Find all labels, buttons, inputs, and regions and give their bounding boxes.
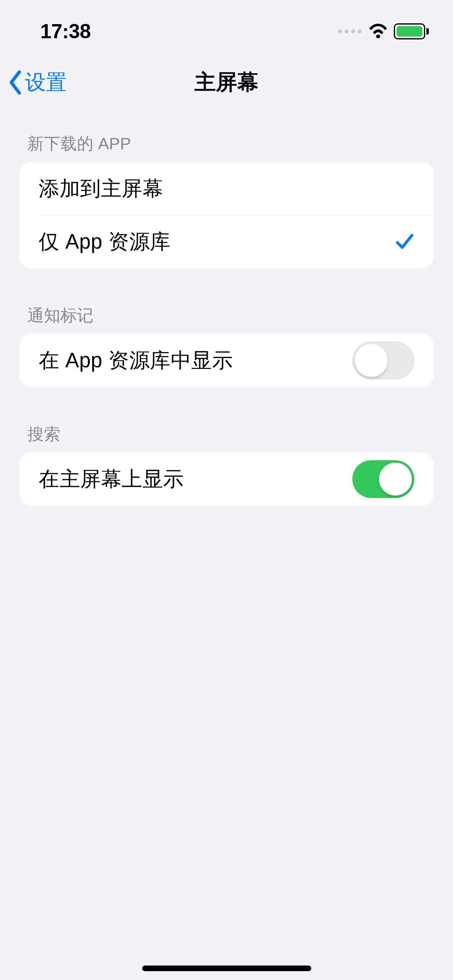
- option-app-library-only[interactable]: 仅 App 资源库: [19, 215, 434, 268]
- section-search: 搜索 在主屏幕上显示: [19, 411, 434, 506]
- row-show-on-home: 在主屏幕上显示: [19, 453, 434, 506]
- battery-icon: [394, 23, 429, 39]
- wifi-icon: [368, 24, 388, 39]
- toggle-show-in-library[interactable]: [352, 342, 414, 379]
- group-search: 在主屏幕上显示: [19, 453, 434, 506]
- option-add-to-home[interactable]: 添加到主屏幕: [19, 162, 434, 215]
- row-show-in-library: 在 App 资源库中显示: [19, 334, 434, 387]
- group-notification-badges: 在 App 资源库中显示: [19, 334, 434, 387]
- row-show-in-library-label: 在 App 资源库中显示: [39, 347, 233, 375]
- toggle-show-on-home[interactable]: [352, 460, 414, 498]
- section-notification-badges: 通知标记 在 App 资源库中显示: [19, 292, 434, 387]
- section-header-new-downloads: 新下载的 APP: [19, 121, 434, 162]
- status-time: 17:38: [40, 20, 91, 43]
- status-bar: 17:38: [0, 0, 453, 56]
- checkmark-icon: [395, 232, 414, 251]
- page-title: 主屏幕: [0, 68, 453, 97]
- cellular-signal-icon: [338, 29, 362, 33]
- section-header-search: 搜索: [19, 411, 434, 453]
- row-show-on-home-label: 在主屏幕上显示: [39, 465, 184, 493]
- section-header-notification-badges: 通知标记: [19, 292, 434, 334]
- chevron-left-icon: [8, 70, 23, 95]
- option-app-library-only-label: 仅 App 资源库: [39, 228, 171, 256]
- home-indicator[interactable]: [142, 966, 311, 971]
- section-new-downloads: 新下载的 APP 添加到主屏幕 仅 App 资源库: [19, 121, 434, 268]
- group-new-downloads: 添加到主屏幕 仅 App 资源库: [19, 162, 434, 268]
- option-add-to-home-label: 添加到主屏幕: [39, 175, 163, 203]
- content: 新下载的 APP 添加到主屏幕 仅 App 资源库 通知标记 在 App 资源库…: [0, 109, 453, 506]
- back-label: 设置: [25, 68, 67, 97]
- nav-bar: 设置 主屏幕: [0, 56, 453, 109]
- back-button[interactable]: 设置: [8, 68, 67, 97]
- status-right: [338, 23, 429, 39]
